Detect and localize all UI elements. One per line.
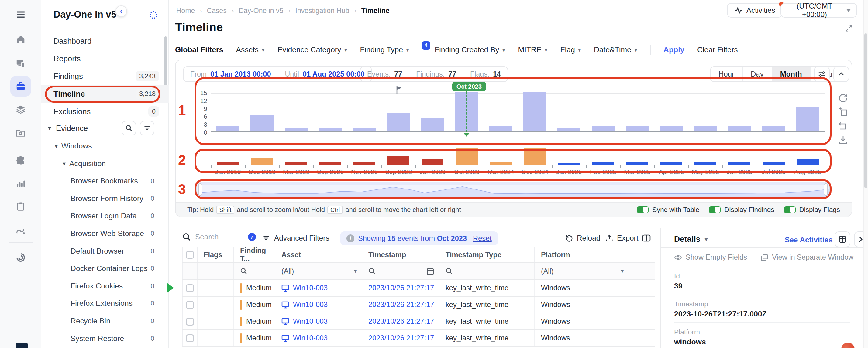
tree-item-browser-bookmarks[interactable]: Browser Bookmarks0 — [41, 172, 169, 190]
event-bar-sep-2020[interactable] — [319, 129, 342, 131]
sidebar-item-timeline[interactable]: Timeline3,218 — [41, 85, 169, 103]
evidence-search-button[interactable] — [122, 121, 136, 135]
header-finding-t-[interactable]: Finding T... — [234, 247, 275, 263]
see-activities-link[interactable]: See Activities — [785, 236, 833, 244]
row-checkbox[interactable] — [186, 334, 194, 342]
expand-icon[interactable] — [845, 24, 853, 32]
details-title-dropdown[interactable]: Details▾ — [674, 235, 708, 244]
header-timestamp[interactable]: Timestamp — [362, 247, 439, 263]
tree-item-firefox-cookies[interactable]: Firefox Cookies0 — [41, 277, 169, 295]
tree-item-browser-web-storage[interactable]: Browser Web Storage0 — [41, 225, 169, 242]
finding-bar-jan-2013[interactable] — [217, 162, 239, 165]
download-icon[interactable] — [838, 135, 848, 144]
brush-handle-right[interactable] — [824, 183, 828, 196]
filter-cell-3[interactable]: (All)▾ — [275, 263, 362, 279]
timezone-select[interactable]: (UTC/GMT +00:00) — [780, 3, 857, 18]
rail-item-hub[interactable] — [10, 247, 31, 268]
event-bar-mar-2025[interactable] — [626, 126, 649, 131]
asset-link[interactable]: Win10-003 — [293, 301, 328, 309]
table-search[interactable]: i — [182, 233, 256, 241]
finding-bar-aug-2025[interactable] — [797, 159, 819, 165]
reset-filter-link[interactable]: Reset — [473, 235, 492, 243]
timestamp-link[interactable]: 2023/10/26 21:27:17 — [368, 301, 434, 309]
sidebar-item-dashboard[interactable]: Dashboard — [41, 32, 169, 50]
tree-item-system-restore[interactable]: System Restore0 — [41, 330, 169, 347]
search-input[interactable] — [195, 233, 244, 241]
finding-bar-mar-2024[interactable] — [490, 162, 512, 165]
tree-item-acquisition[interactable]: ▾Acquisition — [41, 155, 169, 172]
rail-item-evidence[interactable] — [10, 99, 31, 119]
event-bar-nov-2020[interactable] — [353, 129, 376, 131]
calendar-icon[interactable] — [427, 267, 434, 275]
clear-filters-button[interactable]: Clear Filters — [697, 45, 738, 54]
toggle-display-findings[interactable]: Display Findings — [709, 206, 774, 214]
event-bar-dec-2024[interactable] — [523, 92, 547, 131]
event-bar-mar-2024[interactable] — [489, 126, 513, 131]
page-scrollbar-thumb[interactable] — [864, 33, 867, 188]
event-bar-aug-2025[interactable] — [796, 107, 819, 131]
info-icon[interactable]: i — [248, 233, 256, 241]
filter-dropdown-mitre[interactable]: MITRE▾ — [518, 45, 547, 54]
tree-item-recycle-bin[interactable]: Recycle Bin0 — [41, 312, 169, 330]
zoom-selection-icon[interactable] — [838, 107, 848, 116]
rail-item-search[interactable] — [10, 123, 31, 143]
filter-cell-0[interactable] — [182, 263, 197, 279]
chart-settings-button[interactable] — [814, 66, 830, 82]
event-bar-may-2025[interactable] — [694, 126, 717, 131]
event-bar-jan-2025[interactable] — [557, 129, 581, 131]
search-icon[interactable] — [368, 268, 376, 275]
toggle-sync-with-table[interactable]: Sync with Table — [637, 206, 699, 214]
show-empty-fields-button[interactable]: Show Empty Fields — [674, 253, 747, 262]
timestamp-link[interactable]: 2023/10/26 21:27:17 — [368, 334, 434, 342]
tree-item-windows[interactable]: ▾Windows — [41, 137, 169, 155]
view-separate-window-button[interactable]: View in Separate Window — [761, 253, 854, 262]
evidence-filter-button[interactable] — [140, 121, 154, 135]
finding-bar-apr-2025[interactable] — [660, 162, 682, 165]
event-bar-jan-2013[interactable] — [216, 126, 240, 131]
toggle-switch[interactable] — [637, 207, 649, 213]
header-timestamp-type[interactable]: Timestamp Type — [439, 247, 535, 263]
tree-item-docker-container-logs[interactable]: Docker Container Logs0 — [41, 259, 169, 277]
table-row[interactable]: MediumWin10-0032023/10/26 21:27:17key_la… — [182, 280, 655, 297]
header-flags[interactable]: Flags — [197, 247, 234, 263]
export-button[interactable]: Export — [606, 234, 639, 242]
filter-dropdown-date-time[interactable]: Date&Time▾ — [594, 45, 637, 54]
filter-dropdown-flag[interactable]: Flag▾ — [560, 45, 581, 54]
finding-bar-mar-2020[interactable] — [285, 162, 307, 165]
table-row[interactable]: MediumWin10-0032023/10/26 21:27:17key_la… — [182, 313, 655, 330]
brush-handle-left[interactable] — [198, 183, 203, 196]
sidebar-collapse-button[interactable]: ‹ — [116, 5, 127, 17]
undo-zoom-icon[interactable] — [838, 121, 848, 131]
filter-select-all[interactable]: (All) — [281, 267, 294, 275]
finding-bar-nov-2020[interactable] — [353, 162, 375, 165]
page-scrollbar[interactable] — [863, 0, 868, 348]
header-asset[interactable]: Asset — [275, 247, 362, 263]
event-bar-feb-2025[interactable] — [592, 126, 615, 131]
filter-select-all[interactable]: (All) — [541, 267, 553, 275]
filter-cell-2[interactable] — [234, 263, 275, 279]
finding-bar-sep-2022[interactable] — [388, 156, 409, 165]
rail-item-integrations[interactable] — [10, 150, 31, 171]
finding-bar-may-2025[interactable] — [694, 162, 716, 165]
header-extra[interactable] — [629, 247, 655, 263]
asset-link[interactable]: Win10-003 — [293, 317, 328, 325]
row-checkbox[interactable] — [186, 318, 194, 325]
filter-cell-4[interactable] — [362, 263, 439, 279]
granularity-day[interactable]: Day — [743, 67, 772, 81]
event-bar-jun-2025[interactable] — [728, 126, 751, 131]
apply-filters-button[interactable]: Apply — [663, 45, 684, 54]
activities-button[interactable]: Activities — [727, 3, 783, 18]
chart-refresh-icon[interactable] — [838, 93, 848, 103]
sidebar-item-exclusions[interactable]: Exclusions0 — [41, 103, 169, 120]
columns-button[interactable] — [642, 234, 651, 242]
event-bar-jan-2023[interactable] — [421, 118, 444, 131]
timeline-brush[interactable] — [196, 182, 830, 197]
event-bar-apr-2025[interactable] — [660, 126, 683, 131]
table-row[interactable]: MediumWin10-0032023/10/26 21:27:17key_la… — [182, 297, 655, 313]
breadcrumb-investigation-hub[interactable]: Investigation Hub — [296, 7, 349, 15]
chart-collapse-button[interactable] — [833, 66, 849, 82]
rail-item-home[interactable] — [10, 29, 31, 50]
row-checkbox[interactable] — [186, 284, 194, 292]
granularity-hour[interactable]: Hour — [711, 67, 743, 81]
asset-link[interactable]: Win10-003 — [293, 284, 328, 292]
